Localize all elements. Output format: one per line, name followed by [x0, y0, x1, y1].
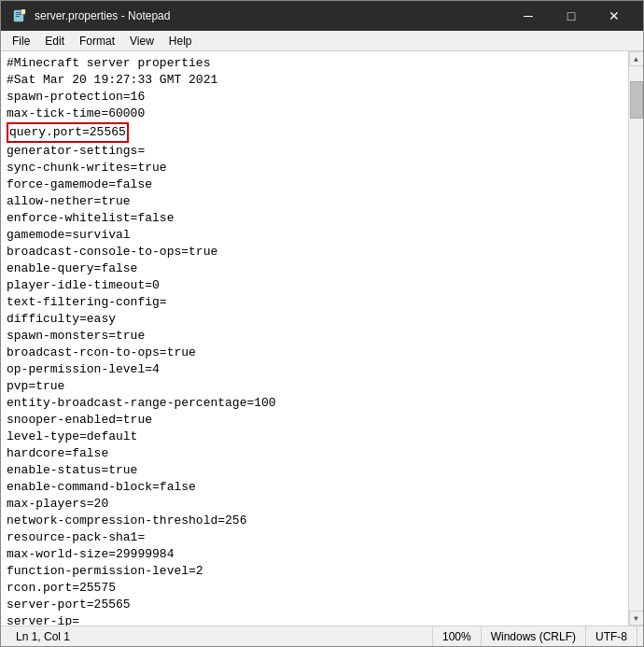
- scroll-down-button[interactable]: ▼: [629, 611, 644, 626]
- menu-bar: FileEditFormatViewHelp: [1, 31, 643, 51]
- status-zoom: 100%: [433, 626, 482, 646]
- menu-item-menu-format[interactable]: Format: [72, 32, 122, 50]
- status-position: Ln 1, Col 1: [7, 626, 433, 646]
- menu-item-menu-help[interactable]: Help: [161, 32, 200, 50]
- svg-rect-3: [16, 16, 20, 17]
- scrollbar-y[interactable]: ▲ ▼: [628, 51, 643, 626]
- title-bar-left: server.properties - Notepad: [12, 8, 170, 23]
- svg-rect-4: [21, 9, 25, 14]
- status-line-ending: Windows (CRLF): [482, 626, 586, 646]
- editor-content[interactable]: #Minecraft server properties #Sat Mar 20…: [1, 51, 628, 626]
- menu-item-menu-file[interactable]: File: [5, 32, 37, 50]
- minimize-button[interactable]: ─: [507, 1, 550, 31]
- svg-rect-2: [16, 14, 21, 15]
- menu-item-menu-edit[interactable]: Edit: [37, 32, 72, 50]
- maximize-button[interactable]: □: [550, 1, 593, 31]
- close-button[interactable]: ✕: [593, 1, 636, 31]
- svg-rect-1: [16, 12, 21, 13]
- menu-item-menu-view[interactable]: View: [122, 32, 161, 50]
- window-title: server.properties - Notepad: [35, 9, 170, 22]
- scrollbar-thumb[interactable]: [630, 81, 643, 119]
- editor-container: #Minecraft server properties #Sat Mar 20…: [1, 51, 643, 626]
- notepad-icon: [12, 8, 27, 23]
- scroll-up-button[interactable]: ▲: [629, 51, 644, 66]
- status-encoding: UTF-8: [586, 626, 637, 646]
- status-bar: Ln 1, Col 1 100% Windows (CRLF) UTF-8: [1, 626, 643, 646]
- highlighted-line: query.port=25565: [7, 122, 129, 143]
- title-bar-controls: ─ □ ✕: [507, 1, 636, 31]
- title-bar: server.properties - Notepad ─ □ ✕: [1, 1, 643, 31]
- notepad-window: server.properties - Notepad ─ □ ✕ FileEd…: [0, 0, 644, 647]
